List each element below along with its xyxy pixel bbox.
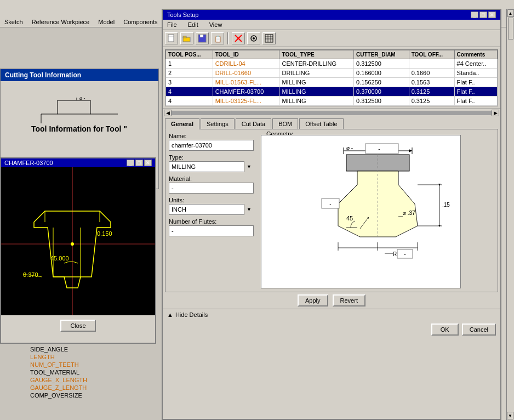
toolbar-delete-btn[interactable] bbox=[232, 32, 245, 44]
col-comments: Comments bbox=[454, 50, 497, 59]
toolbar-open-btn[interactable] bbox=[180, 32, 193, 44]
svg-rect-31 bbox=[265, 35, 273, 42]
cell-offset: 0.1660 bbox=[409, 69, 454, 78]
table-row[interactable]: 3 MILL-01563-FL... MILLING 0.156250 0.15… bbox=[166, 78, 498, 87]
cell-type: MILLING bbox=[279, 78, 354, 87]
type-select[interactable]: MILLING bbox=[169, 161, 254, 172]
cell-diam: 0.370000 bbox=[354, 87, 409, 97]
delete-icon bbox=[234, 34, 243, 43]
toolbar-table-btn[interactable] bbox=[262, 32, 276, 44]
tab-general[interactable]: General bbox=[165, 118, 199, 129]
svg-rect-42 bbox=[346, 155, 409, 171]
cell-diam: 0.156250 bbox=[354, 78, 409, 87]
tab-cut-data[interactable]: Cut Data bbox=[236, 118, 271, 129]
chamfer-canvas: 45.000 0.150 0.370 bbox=[1, 167, 155, 315]
cell-offset: 0.3125 bbox=[409, 97, 454, 106]
chamfer-tool-svg: 45.000 0.150 0.370 bbox=[1, 167, 155, 315]
scrollbar-track[interactable] bbox=[172, 111, 492, 115]
units-select-wrap: INCH ▼ bbox=[169, 204, 254, 215]
cell-type: MILLING bbox=[279, 87, 354, 97]
table-row-selected[interactable]: 4 CHAMFER-03700 MILLING 0.370000 0.3125 … bbox=[166, 87, 498, 97]
units-select[interactable]: INCH bbox=[169, 204, 254, 215]
cell-offset: 0.3125 bbox=[409, 87, 454, 97]
menu-sketch[interactable]: Sketch bbox=[0, 18, 27, 26]
svg-text:0.370: 0.370 bbox=[23, 271, 38, 278]
menu-edit[interactable]: Edit bbox=[186, 21, 201, 29]
cell-diam: 0.312500 bbox=[354, 59, 409, 69]
tab-offset-table[interactable]: Offset Table bbox=[299, 118, 343, 129]
table-icon bbox=[265, 34, 273, 43]
svg-text:⌀ .37: ⌀ .37 bbox=[403, 210, 415, 216]
menu-file[interactable]: File bbox=[165, 21, 179, 29]
table-row[interactable]: 2 DRILL-01660 DRILLING 0.166000 0.1660 S… bbox=[166, 69, 498, 78]
dialog-close-btn[interactable]: ✕ bbox=[488, 12, 496, 18]
scroll-left-btn[interactable]: ◀ bbox=[164, 110, 172, 116]
hide-details-bar[interactable]: ▲ Hide Details bbox=[163, 309, 500, 320]
cancel-button[interactable]: Cancel bbox=[462, 323, 496, 336]
tool-list-panel: SIDE_ANGLE LENGTH NUM_OF_TEETH TOOL_MATE… bbox=[30, 345, 140, 399]
chamfer-close-btn[interactable]: ✕ bbox=[144, 160, 152, 166]
cell-diam: 0.166000 bbox=[354, 69, 409, 78]
geometry-svg: ⌀ - - bbox=[261, 135, 453, 281]
chamfer-preview-window: CHAMFER-03700 _ □ ✕ 45.000 0.150 bbox=[0, 157, 156, 344]
cell-comment: Flat F.. bbox=[454, 78, 497, 87]
menu-components[interactable]: Components bbox=[119, 18, 162, 26]
tool-table-area: TOOL POS... TOOL_ID TOOL_TYPE CUTTER_DIA… bbox=[165, 49, 498, 106]
new-icon bbox=[167, 34, 176, 43]
svg-rect-20 bbox=[168, 35, 174, 42]
dialog-minimize-btn[interactable]: _ bbox=[471, 12, 478, 18]
tool-list-item-material[interactable]: TOOL_MATERIAL bbox=[30, 368, 140, 376]
apply-button[interactable]: Apply bbox=[298, 294, 328, 307]
material-input[interactable] bbox=[169, 183, 254, 194]
tab-content-general: Name: Type: MILLING ▼ Material: bbox=[165, 129, 498, 292]
tool-list-item-side-angle[interactable]: SIDE_ANGLE bbox=[30, 345, 140, 353]
col-cutter-diam: CUTTER_DIAM bbox=[354, 50, 409, 59]
right-scrollbar[interactable]: ▲ ▼ bbox=[506, 9, 514, 420]
chamfer-maximize-btn[interactable]: □ bbox=[135, 160, 143, 166]
hide-details-label[interactable]: Hide Details bbox=[175, 311, 208, 318]
tool-list-item-num-teeth[interactable]: NUM_OF_TEETH bbox=[30, 361, 140, 368]
open-icon bbox=[182, 34, 191, 43]
flutes-input[interactable] bbox=[169, 225, 254, 236]
cell-type: MILLING bbox=[279, 97, 354, 106]
chamfer-close-button[interactable]: Close bbox=[60, 320, 95, 332]
scroll-up-btn[interactable]: ▲ bbox=[507, 9, 514, 17]
tool-list-item-gauge-x[interactable]: GAUGE_X_LENGTH bbox=[30, 376, 140, 384]
col-tool-pos: TOOL POS... bbox=[166, 50, 213, 59]
chamfer-minimize-btn[interactable]: _ bbox=[127, 160, 134, 166]
tool-list-item-length[interactable]: LENGTH bbox=[30, 353, 140, 361]
tab-bom[interactable]: BOM bbox=[272, 118, 298, 129]
tab-content-inner: Name: Type: MILLING ▼ Material: bbox=[169, 133, 494, 288]
scroll-right-btn[interactable]: ▶ bbox=[492, 110, 499, 116]
tool-table: TOOL POS... TOOL_ID TOOL_TYPE CUTTER_DIA… bbox=[165, 50, 498, 106]
tab-settings[interactable]: Settings bbox=[201, 118, 235, 129]
scroll-thumb[interactable] bbox=[508, 18, 513, 39]
material-label: Material: bbox=[169, 175, 256, 182]
cell-id: MILL-03125-FL... bbox=[213, 97, 279, 106]
menu-view[interactable]: View bbox=[207, 21, 225, 29]
menu-ref[interactable]: Reference Workpiece bbox=[27, 18, 94, 26]
cell-pos: 1 bbox=[166, 59, 213, 69]
table-row[interactable]: 1 CDRILL-04 CENTER-DRILLING 0.312500 #4 … bbox=[166, 59, 498, 69]
tool-list-item-gauge-z[interactable]: GAUGE_Z_LENGTH bbox=[30, 384, 140, 391]
toolbar-import-btn[interactable]: 📋 bbox=[211, 32, 224, 44]
tool-list-item-comp-oversize[interactable]: COMP_OVERSIZE bbox=[30, 391, 140, 399]
table-scrollbar[interactable]: ◀ ▶ bbox=[163, 109, 500, 116]
revert-button[interactable]: Revert bbox=[333, 294, 365, 307]
name-input[interactable] bbox=[169, 140, 254, 151]
dialog-maximize-btn[interactable]: □ bbox=[479, 12, 487, 18]
cell-id: DRILL-01660 bbox=[213, 69, 279, 78]
units-row: Units: INCH ▼ bbox=[169, 197, 256, 215]
svg-point-30 bbox=[253, 37, 255, 39]
dialog-bottom: OK Cancel bbox=[163, 320, 500, 339]
cell-comment: Flat F.. bbox=[454, 87, 497, 97]
scroll-down-btn[interactable]: ▼ bbox=[507, 412, 513, 419]
toolbar-save-btn[interactable] bbox=[196, 32, 209, 44]
toolbar-props-btn[interactable] bbox=[247, 32, 260, 44]
svg-text:0.150: 0.150 bbox=[97, 230, 112, 237]
dialog-title-bar: Tools Setup _ □ ✕ bbox=[163, 10, 500, 20]
menu-model[interactable]: Model bbox=[94, 18, 119, 26]
table-row[interactable]: 4 MILL-03125-FL... MILLING 0.312500 0.31… bbox=[166, 97, 498, 106]
toolbar-new-btn[interactable] bbox=[165, 32, 178, 44]
ok-button[interactable]: OK bbox=[431, 323, 459, 336]
